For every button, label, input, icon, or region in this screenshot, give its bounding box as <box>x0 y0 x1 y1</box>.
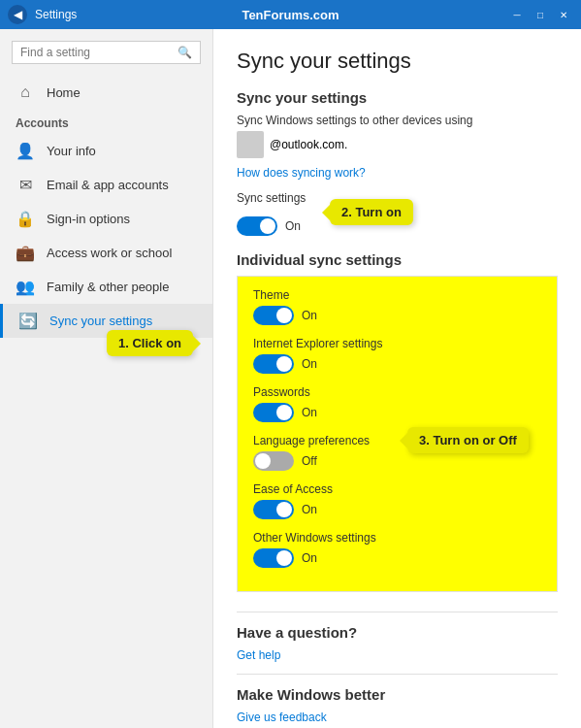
passwords-toggle-state: On <box>302 406 317 419</box>
passwords-label: Passwords <box>253 385 541 399</box>
theme-toggle-state: On <box>302 309 317 322</box>
sync-item-theme: Theme On <box>253 288 541 325</box>
search-input[interactable] <box>20 46 174 59</box>
back-icon: ◀ <box>14 8 22 21</box>
main-content: Sync your settings Sync your settings Sy… <box>213 29 581 728</box>
sidebar-email-label: Email & app accounts <box>47 178 169 192</box>
sidebar-sync-label: Sync your settings <box>49 314 152 328</box>
sync-section-title: Sync your settings <box>237 89 558 106</box>
briefcase-icon: 💼 <box>16 244 35 262</box>
sync-item-ease: Ease of Access On <box>253 482 541 519</box>
windows-better-title: Make Windows better <box>237 686 558 703</box>
other-toggle[interactable] <box>253 548 294 568</box>
passwords-toggle[interactable] <box>253 403 294 422</box>
passwords-toggle-knob <box>276 405 292 420</box>
sidebar-work-label: Access work or school <box>47 246 172 260</box>
divider-1 <box>237 612 558 612</box>
home-icon: ⌂ <box>16 83 35 101</box>
ease-toggle-knob <box>276 502 292 517</box>
passwords-toggle-row: On <box>253 403 541 422</box>
sidebar: 🔍 ⌂ Home Accounts 👤 Your info ✉ Email & … <box>0 29 213 728</box>
ie-toggle-state: On <box>302 357 317 371</box>
sync-toggle[interactable] <box>237 216 277 236</box>
toggle-knob <box>260 218 275 234</box>
search-box[interactable]: 🔍 <box>12 41 201 64</box>
email-address: @outlook.com. <box>270 138 347 151</box>
sync-description: Sync Windows settings to other devices u… <box>237 114 558 127</box>
sidebar-family-label: Family & other people <box>47 280 169 294</box>
sidebar-signin-label: Sign-in options <box>47 212 130 226</box>
close-button[interactable]: ✕ <box>554 5 573 24</box>
app-container: 🔍 ⌂ Home Accounts 👤 Your info ✉ Email & … <box>0 29 581 728</box>
theme-label: Theme <box>253 288 541 302</box>
get-help-link[interactable]: Get help <box>237 648 558 662</box>
window-title: Settings <box>35 8 77 21</box>
search-icon: 🔍 <box>178 46 192 59</box>
individual-sync-section: Individual sync settings Theme On Intern… <box>237 251 558 592</box>
question-section: Have a question? Get help <box>237 612 558 662</box>
sidebar-item-email-app-accounts[interactable]: ✉ Email & app accounts <box>0 168 212 202</box>
ease-toggle[interactable] <box>253 500 294 519</box>
titlebar: ◀ Settings TenForums.com ─ □ ✕ <box>0 0 581 29</box>
feedback-link[interactable]: Give us feedback <box>237 711 558 724</box>
sidebar-item-sign-in[interactable]: 🔒 Sign-in options <box>0 202 212 236</box>
email-line: @outlook.com. <box>237 131 558 158</box>
sidebar-item-family[interactable]: 👥 Family & other people <box>0 270 212 304</box>
ie-label: Internet Explorer settings <box>253 337 541 350</box>
callout-turn-on-off: 3. Turn on or Off <box>407 427 529 453</box>
sync-icon: 🔄 <box>18 312 38 330</box>
other-label: Other Windows settings <box>253 531 541 545</box>
other-toggle-state: On <box>302 551 317 565</box>
divider-2 <box>237 674 558 675</box>
theme-toggle[interactable] <box>253 306 294 325</box>
other-toggle-row: On <box>253 548 541 568</box>
other-toggle-knob <box>276 550 292 566</box>
minimize-button[interactable]: ─ <box>507 5 527 24</box>
callout-click-on: 1. Click on <box>107 330 193 356</box>
family-icon: 👥 <box>16 278 35 296</box>
language-toggle-knob <box>255 453 271 469</box>
back-button[interactable]: ◀ <box>8 5 27 24</box>
sync-toggle-state: On <box>285 219 301 233</box>
sync-item-ie: Internet Explorer settings On <box>253 337 541 374</box>
maximize-button[interactable]: □ <box>531 5 550 24</box>
sidebar-item-home[interactable]: ⌂ Home <box>0 76 212 109</box>
theme-toggle-knob <box>276 308 292 323</box>
theme-toggle-row: On <box>253 306 541 325</box>
lock-icon: 🔒 <box>16 210 35 228</box>
page-title: Sync your settings <box>237 49 558 74</box>
sync-item-passwords: Passwords On <box>253 385 541 422</box>
email-icon: ✉ <box>16 176 35 194</box>
sync-toggle-label: Sync settings <box>237 191 306 205</box>
language-toggle-state: Off <box>302 454 317 468</box>
ease-toggle-row: On <box>253 500 541 519</box>
ie-toggle-knob <box>276 356 292 372</box>
avatar <box>237 131 264 158</box>
ease-toggle-state: On <box>302 503 317 516</box>
sidebar-home-label: Home <box>47 85 81 100</box>
windows-better-section: Make Windows better Give us feedback <box>237 674 558 724</box>
accounts-section-label: Accounts <box>0 109 212 134</box>
watermark: TenForums.com <box>242 8 339 22</box>
sidebar-your-info-label: Your info <box>47 144 96 158</box>
sync-item-other: Other Windows settings On <box>253 531 541 568</box>
question-title: Have a question? <box>237 624 558 641</box>
callout-turn-on: 2. Turn on <box>330 199 413 225</box>
ease-label: Ease of Access <box>253 482 541 496</box>
ie-toggle[interactable] <box>253 354 294 374</box>
syncing-help-link[interactable]: How does syncing work? <box>237 166 558 180</box>
language-toggle[interactable] <box>253 451 294 471</box>
individual-sync-title: Individual sync settings <box>237 251 558 268</box>
ie-toggle-row: On <box>253 354 541 374</box>
your-info-icon: 👤 <box>16 142 35 160</box>
sidebar-item-your-info[interactable]: 👤 Your info <box>0 134 212 168</box>
language-toggle-row: Off <box>253 451 541 471</box>
sidebar-item-access-work[interactable]: 💼 Access work or school <box>0 236 212 270</box>
